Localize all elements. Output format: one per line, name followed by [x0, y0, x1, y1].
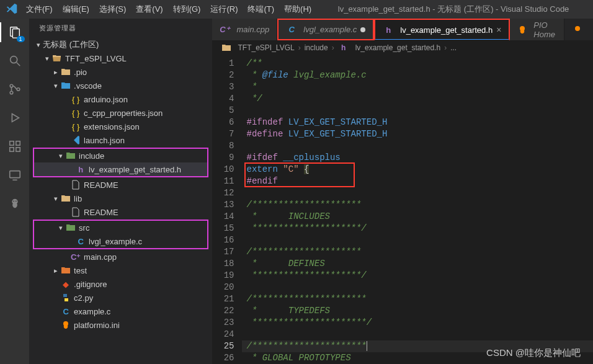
activity-extensions-icon[interactable] — [6, 138, 24, 155]
menu-view[interactable]: 查看(V) — [131, 1, 167, 17]
svg-point-5 — [10, 91, 13, 94]
tree-file-header[interactable]: hlv_example_get_started.h — [34, 162, 207, 176]
tree-file[interactable]: ◆.gitignore — [29, 277, 212, 291]
vscode-file-icon — [70, 135, 81, 145]
activity-bar: 1 — [0, 19, 29, 364]
tab-overflow[interactable] — [564, 19, 593, 40]
menu-selection[interactable]: 选择(S) — [94, 1, 131, 17]
tree-file[interactable]: launch.json — [29, 133, 212, 147]
file-icon — [70, 180, 81, 190]
activity-debug-icon[interactable] — [6, 109, 24, 127]
pio-icon — [517, 25, 527, 35]
svg-rect-9 — [9, 148, 13, 151]
menu-run[interactable]: 运行(R) — [205, 1, 243, 17]
svg-point-14 — [12, 199, 17, 205]
json-icon: { } — [70, 109, 81, 118]
svg-rect-11 — [16, 141, 19, 145]
tree-folder-lib[interactable]: ▾ lib — [29, 192, 212, 205]
c-file-icon: C — [286, 25, 297, 34]
chevron-right-icon: › — [444, 43, 447, 52]
tree-file[interactable]: { }c_cpp_properties.json — [29, 106, 212, 120]
tree-folder-src[interactable]: ▾ src — [34, 221, 207, 234]
svg-point-6 — [17, 88, 20, 91]
close-icon[interactable]: × — [496, 25, 501, 35]
tab-lvgl-example-c[interactable]: C lvgl_example.c — [277, 19, 374, 40]
json-icon: { } — [70, 95, 81, 104]
sidebar-heading: 资源管理器 — [29, 19, 212, 38]
chevron-down-icon: ▾ — [51, 195, 60, 203]
git-icon: ◆ — [60, 280, 71, 289]
activity-pio-icon[interactable] — [6, 195, 24, 212]
chevron-down-icon: ▾ — [56, 152, 65, 160]
tab-label: lvgl_example.c — [303, 25, 357, 34]
tree-folder-pio[interactable]: ▸ .pio — [29, 65, 212, 79]
pio-ini-icon — [60, 320, 71, 330]
folder-src-icon — [65, 223, 76, 233]
tree-folder-project[interactable]: ▾ TFT_eSPI_LVGL — [29, 51, 212, 65]
tree-file[interactable]: c2.py — [29, 291, 212, 304]
tree-file[interactable]: platformio.ini — [29, 318, 212, 332]
breadcrumb-segment[interactable]: lv_example_get_started.h — [355, 43, 440, 52]
menu-go[interactable]: 转到(G) — [168, 1, 206, 17]
tree-folder-include[interactable]: ▾ include — [34, 149, 207, 162]
folder-test-icon — [60, 265, 71, 275]
tree-file-c[interactable]: Clvgl_example.c — [34, 234, 207, 248]
vscode-logo-icon — [2, 2, 21, 16]
activity-search-icon[interactable] — [6, 52, 24, 69]
tab-pio-home[interactable]: PIO Home — [510, 19, 564, 40]
folder-icon — [221, 43, 232, 53]
chevron-down-icon: ▾ — [51, 82, 60, 90]
pio-icon — [572, 25, 583, 35]
titlebar: 文件(F) 编辑(E) 选择(S) 查看(V) 转到(G) 运行(R) 终端(T… — [0, 0, 593, 19]
chevron-down-icon: ▾ — [56, 224, 65, 232]
activity-scm-icon[interactable] — [6, 81, 24, 98]
h-file-icon: h — [383, 25, 394, 35]
svg-marker-7 — [12, 114, 19, 122]
tree-file[interactable]: README — [29, 205, 212, 219]
tree-file-cpp[interactable]: C⁺main.cpp — [29, 250, 212, 264]
code-content[interactable]: /** * @file lvgl_example.c * */#ifndef L… — [242, 55, 593, 364]
tab-label: main.cpp — [237, 25, 270, 34]
activity-remote-icon[interactable] — [6, 166, 24, 184]
breadcrumb-segment[interactable]: ... — [450, 43, 457, 52]
tab-lv-example-h[interactable]: h lv_example_get_started.h × — [374, 19, 510, 40]
json-icon: { } — [70, 122, 81, 131]
menu-file[interactable]: 文件(F) — [21, 1, 58, 17]
menu-terminal[interactable]: 终端(T) — [243, 1, 279, 17]
menu-edit[interactable]: 编辑(E) — [58, 1, 94, 17]
h-file-icon: h — [338, 43, 349, 52]
tab-main-cpp[interactable]: C⁺ main.cpp — [212, 19, 278, 40]
svg-point-17 — [63, 321, 68, 326]
svg-point-15 — [13, 200, 14, 202]
tree-file[interactable]: README — [29, 178, 212, 192]
code-editor[interactable]: 1234567891011121314151617181920212223242… — [212, 55, 593, 364]
activity-explorer-icon[interactable]: 1 — [6, 24, 24, 41]
folder-icon — [60, 67, 71, 77]
window-title: lv_example_get_started.h - 无标题 (工作区) - V… — [316, 4, 591, 15]
folder-vscode-icon — [60, 81, 71, 91]
cpp-file-icon: C⁺ — [70, 252, 81, 262]
chevron-down-icon: ▾ — [43, 55, 51, 63]
svg-rect-10 — [16, 148, 19, 151]
svg-rect-8 — [9, 141, 13, 145]
tree-file[interactable]: { }arduino.json — [29, 92, 212, 106]
breadcrumb-segment[interactable]: include — [305, 43, 328, 52]
svg-point-4 — [10, 84, 13, 87]
menu-bar: 文件(F) 编辑(E) 选择(S) 查看(V) 转到(G) 运行(R) 终端(T… — [21, 1, 316, 17]
tree-workspace-root[interactable]: ▾ 无标题 (工作区) — [29, 38, 212, 51]
tab-bar: C⁺ main.cpp C lvgl_example.c h lv_exampl… — [212, 19, 593, 40]
tree-file[interactable]: { }extensions.json — [29, 120, 212, 133]
tree-folder-vscode[interactable]: ▾ .vscode — [29, 79, 212, 92]
menu-help[interactable]: 帮助(H) — [279, 1, 316, 17]
breadcrumb[interactable]: TFT_eSPI_LVGL › include › h lv_example_g… — [212, 40, 593, 55]
c-file-icon: C — [60, 307, 71, 316]
sidebar: 资源管理器 ▾ 无标题 (工作区) ▾ TFT_eSPI_LVGL ▸ .pio… — [29, 19, 212, 364]
h-file-icon: h — [75, 165, 86, 174]
tree-folder-test[interactable]: ▸ test — [29, 264, 212, 277]
chevron-right-icon: › — [332, 43, 334, 52]
modified-dot-icon — [360, 27, 365, 32]
tree-file[interactable]: Cexample.c — [29, 304, 212, 318]
line-numbers: 1234567891011121314151617181920212223242… — [212, 55, 242, 364]
breadcrumb-segment[interactable]: TFT_eSPI_LVGL — [238, 43, 295, 52]
svg-point-18 — [520, 26, 525, 31]
